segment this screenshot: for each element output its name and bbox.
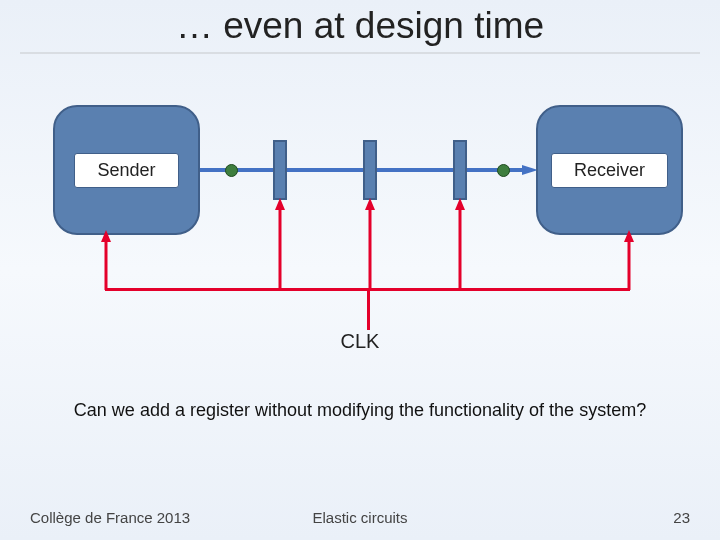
clk-feed-stage-1 — [273, 198, 287, 292]
receiver-node: Receiver — [536, 105, 683, 235]
pipeline-stage-2 — [363, 140, 377, 200]
sender-node: Sender — [53, 105, 200, 235]
receiver-label: Receiver — [551, 153, 668, 188]
data-token-2 — [497, 164, 510, 177]
footer-topic: Elastic circuits — [0, 509, 720, 526]
clk-trunk — [367, 290, 370, 330]
sender-label: Sender — [74, 153, 178, 188]
svg-marker-9 — [455, 198, 465, 210]
svg-marker-3 — [101, 230, 111, 242]
clk-feed-stage-2 — [363, 198, 377, 292]
clk-label: CLK — [0, 330, 720, 353]
title-underline — [20, 52, 700, 54]
svg-marker-11 — [624, 230, 634, 242]
pipeline-stage-3 — [453, 140, 467, 200]
svg-marker-5 — [275, 198, 285, 210]
data-token-1 — [225, 164, 238, 177]
pipeline-stage-1 — [273, 140, 287, 200]
clk-feed-stage-3 — [453, 198, 467, 292]
clk-feed-receiver — [622, 230, 636, 292]
slide-title: … even at design time — [0, 5, 720, 47]
diagram-canvas: Sender Receiver CLK — [0, 105, 720, 365]
slide-number: 23 — [673, 509, 690, 526]
question-text: Can we add a register without modifying … — [0, 400, 720, 421]
clk-feed-sender — [99, 230, 113, 292]
svg-marker-7 — [365, 198, 375, 210]
